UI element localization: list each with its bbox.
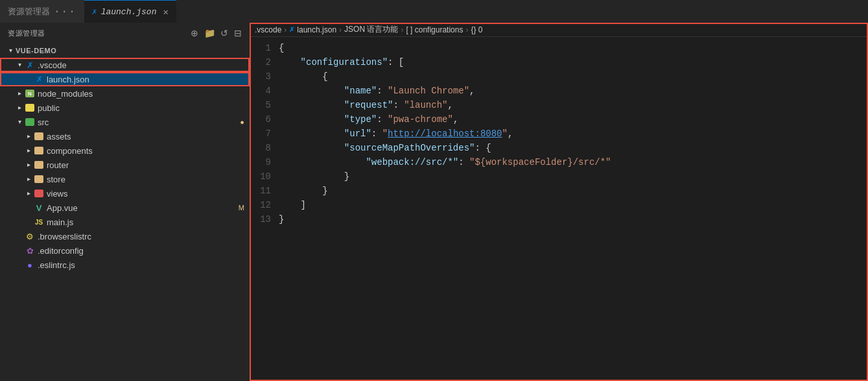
sidebar-header: 资源管理器 ⊕ 📁 ↺ ⊟ [0,23,250,43]
src-badge: ● [240,118,244,126]
code-line-13: } [279,212,868,227]
breadcrumb-configurations[interactable]: [ ] configurations [406,25,463,34]
chevron-public [14,103,25,113]
components-label: components [47,146,250,156]
code-line-9: "webpack://src/*": "${workspaceFolder}/s… [279,155,868,169]
code-line-7: "url": "http://localhost:8080", [279,127,868,141]
sidebar-item-app-vue[interactable]: V App.vue M [0,201,250,215]
chevron-src [14,117,25,127]
code-line-5: "request": "launch", [279,98,868,112]
sidebar-item-views[interactable]: views [0,186,250,201]
node-modules-icon: N [25,88,35,99]
sidebar-item-vscode[interactable]: ✗ .vscode [0,58,250,72]
src-folder-icon [25,117,35,127]
main-content: 资源管理器 ⊕ 📁 ↺ ⊟ VUE-DEMO ✗ .vscode ✗ launc… [0,23,868,381]
sidebar-item-router[interactable]: router [0,158,250,172]
public-folder-icon [25,103,35,113]
code-line-1: { [279,41,868,55]
editorconfig-icon: ✿ [25,245,35,256]
breadcrumb-bar: .vscode › ✗ launch.json › JSON 语言功能 › [ … [250,23,868,37]
tab-label: launch.json [101,7,157,17]
browserslistrc-icon: ⚙ [25,231,35,241]
sidebar-icons: ⊕ 📁 ↺ ⊟ [191,28,242,38]
browserslistrc-label: .browserslistrc [38,232,250,241]
sidebar: 资源管理器 ⊕ 📁 ↺ ⊟ VUE-DEMO ✗ .vscode ✗ launc… [0,23,250,381]
tab-bar: 资源管理器 ··· ✗ launch.json ✕ [0,0,868,23]
sidebar-item-main-js[interactable]: JS main.js [0,215,250,229]
breadcrumb-launch-json[interactable]: launch.json [297,25,336,34]
breadcrumb-json-lang[interactable]: JSON 语言功能 [344,24,398,35]
tab-launch-json[interactable]: ✗ launch.json ✕ [84,0,176,23]
chevron-components [23,145,34,156]
src-label: src [38,117,240,127]
assets-folder-icon [34,131,44,141]
line-numbers: 1 2 3 4 5 6 7 8 9 10 11 12 13 [250,40,279,381]
app-vue-label: App.vue [47,203,239,213]
refresh-icon[interactable]: ↺ [220,28,229,38]
editor-pane: .vscode › ✗ launch.json › JSON 语言功能 › [ … [250,23,868,381]
breadcrumb-zero[interactable]: {} 0 [471,25,482,34]
vscode-folder-icon: ✗ [25,60,35,70]
launch-json-label: launch.json [47,75,250,84]
tree-root[interactable]: VUE-DEMO [0,43,250,58]
views-folder-icon [34,188,44,199]
code-line-3: { [279,69,868,84]
app-vue-badge: M [239,204,244,212]
code-line-6: "type": "pwa-chrome", [279,112,868,127]
sidebar-item-assets[interactable]: assets [0,129,250,143]
code-line-10: } [279,169,868,184]
code-line-11: } [279,184,868,198]
chevron-views [23,188,34,199]
chevron-router [23,160,34,170]
chevron-node [14,88,25,99]
node-modules-label: node_modules [38,89,250,99]
new-folder-icon[interactable]: 📁 [204,28,216,38]
sidebar-item-node-modules[interactable]: N node_modules [0,86,250,101]
assets-label: assets [47,132,250,141]
public-label: public [38,103,250,113]
main-js-label: main.js [47,217,250,227]
tab-inactive: 资源管理器 ··· [0,0,84,23]
breadcrumb-vscode-icon: ✗ [289,26,294,33]
code-line-2: "configurations": [ [279,55,868,69]
code-line-12: ] [279,198,868,212]
chevron-vscode [14,60,25,70]
chevron-store [23,174,34,184]
store-folder-icon [34,174,44,184]
chevron-root [5,45,16,56]
json-file-icon: ✗ [34,74,44,84]
vscode-label: .vscode [38,60,250,70]
editor-content: 1 2 3 4 5 6 7 8 9 10 11 12 13 { "configu… [250,37,868,381]
new-file-icon[interactable]: ⊕ [191,28,199,38]
vue-file-icon: V [34,203,44,213]
breadcrumb-vscode[interactable]: .vscode [255,25,281,34]
sidebar-title: 资源管理器 [8,29,45,38]
editorconfig-label: .editorconfig [38,246,250,256]
chevron-assets [23,131,34,141]
collapse-icon[interactable]: ⊟ [234,28,242,38]
eslintrc-label: .eslintrc.js [38,260,250,270]
vscode-icon: ✗ [92,6,97,17]
sidebar-item-public[interactable]: public [0,101,250,115]
code-line-8: "sourceMapPathOverrides": { [279,141,868,155]
sidebar-item-components[interactable]: components [0,143,250,158]
js-file-icon: JS [34,217,44,227]
sidebar-item-launch-json[interactable]: ✗ launch.json [0,72,250,86]
sidebar-item-browserslistrc[interactable]: ⚙ .browserslistrc [0,229,250,243]
sidebar-item-eslintrc[interactable]: ● .eslintrc.js [0,258,250,272]
router-folder-icon [34,160,44,170]
components-folder-icon [34,145,44,156]
explorer-title: 资源管理器 [8,6,50,18]
sidebar-item-src[interactable]: src ● [0,115,250,129]
code-area[interactable]: { "configurations": [ { "name": "Launch … [279,40,868,381]
sidebar-item-store[interactable]: store [0,172,250,186]
store-label: store [47,175,250,184]
router-label: router [47,160,250,170]
root-label: VUE-DEMO [16,47,56,55]
views-label: views [47,189,250,199]
eslintrc-icon: ● [25,260,35,270]
code-line-4: "name": "Launch Chrome", [279,84,868,98]
more-icon[interactable]: ··· [54,6,76,18]
tab-close-button[interactable]: ✕ [163,6,168,18]
sidebar-item-editorconfig[interactable]: ✿ .editorconfig [0,243,250,258]
